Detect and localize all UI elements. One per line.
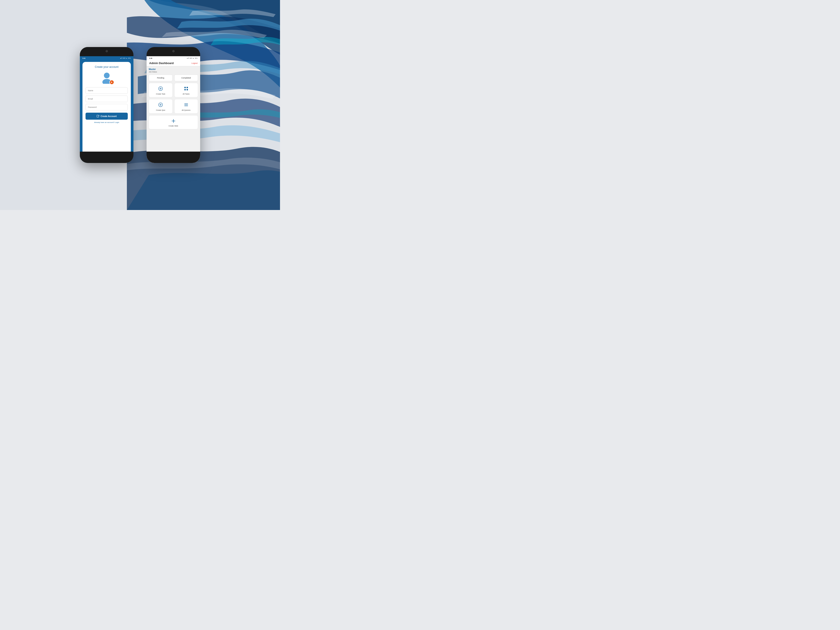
login-link[interactable]: Already have an account? Login xyxy=(94,122,119,123)
svg-rect-10 xyxy=(186,87,188,88)
completed-button[interactable]: Completed xyxy=(174,74,198,81)
all-quizzes-label: All Quizzes xyxy=(182,109,191,111)
create-slide-label: Create Slide xyxy=(169,125,178,127)
time-display-2: 9:38 xyxy=(149,57,152,59)
status-bar-phone1: 9:41 ▲▼ WiFi ▲ 80% xyxy=(80,56,133,60)
phone1-screen: Create your account xyxy=(80,60,133,163)
phone-1: 9:41 ▲▼ WiFi ▲ 80% Create your account xyxy=(80,47,133,163)
recents-icon-2 xyxy=(157,156,160,159)
bottom-nav-phone1 xyxy=(80,152,133,163)
avatar-container xyxy=(100,71,113,85)
create-task-label: Create Task xyxy=(156,93,165,95)
phone-2: 9:38 ▲▼ WiFi ▲ 80% Admin Dashboard Logou… xyxy=(147,47,200,163)
master-label: Master xyxy=(149,68,198,70)
status-icons: ▲▼ WiFi ▲ 80% xyxy=(120,57,131,59)
create-account-button[interactable]: Create Account xyxy=(85,113,128,120)
all-tasks-label: All Tasks xyxy=(183,93,189,95)
password-input[interactable] xyxy=(85,104,128,111)
svg-point-0 xyxy=(104,73,110,78)
create-quiz-card[interactable]: Create Quiz xyxy=(149,99,172,114)
name-input[interactable] xyxy=(85,87,128,94)
svg-rect-12 xyxy=(186,89,188,90)
svg-rect-11 xyxy=(185,89,186,90)
create-quiz-icon xyxy=(158,103,163,108)
svg-rect-3 xyxy=(97,115,99,117)
home-nav-button[interactable] xyxy=(105,156,108,159)
camera-notch xyxy=(106,50,108,52)
back-nav-button[interactable] xyxy=(120,156,123,159)
create-quiz-label: Create Quiz xyxy=(156,109,165,111)
status-bar-phone2: 9:38 ▲▼ WiFi ▲ 80% xyxy=(147,56,200,60)
bottom-nav-phone2 xyxy=(147,152,200,163)
all-tasks-card[interactable]: All Tasks xyxy=(174,83,198,97)
create-slide-icon xyxy=(171,118,176,124)
job-status-label: Job Status xyxy=(149,71,198,73)
svg-rect-9 xyxy=(185,87,186,88)
phone2-screen: Admin Dashboard Logout Master Job Status… xyxy=(147,60,200,163)
back-icon xyxy=(120,156,123,159)
create-slide-card[interactable]: Create Slide xyxy=(149,115,198,129)
dashboard-content: Master Job Status Pending Completed xyxy=(147,66,200,163)
home-nav-button-2[interactable] xyxy=(172,156,175,159)
arrow-right-icon xyxy=(111,81,113,83)
status-icons-2: ▲▼ WiFi ▲ 80% xyxy=(186,57,197,59)
svg-marker-2 xyxy=(111,82,112,83)
login-icon xyxy=(97,115,99,117)
pending-button[interactable]: Pending xyxy=(149,74,172,81)
all-quizzes-icon xyxy=(184,103,189,108)
logout-button[interactable]: Logout xyxy=(191,62,197,64)
all-tasks-icon xyxy=(184,86,189,92)
status-row: Pending Completed xyxy=(149,74,198,81)
create-task-card[interactable]: Create Task xyxy=(149,83,172,97)
phones-container: 9:41 ▲▼ WiFi ▲ 80% Create your account xyxy=(80,47,200,163)
register-title: Create your account xyxy=(95,65,118,68)
camera-notch-2 xyxy=(172,50,175,52)
recents-nav-button[interactable] xyxy=(90,156,93,159)
time-display: 9:41 xyxy=(82,57,85,59)
create-task-icon xyxy=(158,86,163,92)
back-icon-2 xyxy=(187,156,189,159)
register-card: Create your account xyxy=(82,62,131,163)
home-icon-2 xyxy=(172,156,175,159)
dashboard-title: Admin Dashboard xyxy=(149,62,174,65)
avatar-edit-button[interactable] xyxy=(109,80,114,85)
back-nav-button-2[interactable] xyxy=(186,156,190,159)
recents-icon xyxy=(90,156,93,159)
svg-marker-5 xyxy=(99,115,99,116)
action-grid: Create Task All Tasks xyxy=(149,83,198,114)
all-quizzes-card[interactable]: All Quizzes xyxy=(174,99,198,114)
home-icon xyxy=(105,156,108,159)
recents-nav-button-2[interactable] xyxy=(156,156,160,159)
dashboard-header: Admin Dashboard Logout xyxy=(147,60,200,66)
email-input[interactable] xyxy=(85,96,128,102)
